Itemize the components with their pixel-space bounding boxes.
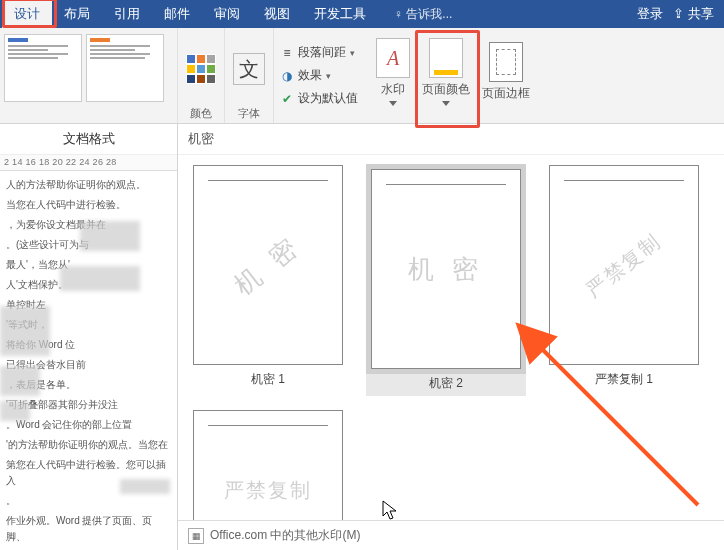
page-color-label: 页面颜色: [422, 81, 470, 98]
more-watermarks-link[interactable]: ▦ Office.com 中的其他水印(M): [178, 520, 724, 550]
tab-layout[interactable]: 布局: [52, 0, 102, 28]
tell-me-label: 告诉我...: [406, 7, 452, 21]
watermark-text: 严禁复制: [581, 227, 667, 302]
doc-format-header: 文档格式: [0, 124, 177, 155]
gallery-body: 机 密 机密 1 机 密 机密 2 严禁复制 严禁复制 1 严禁复制: [178, 155, 724, 520]
check-icon: ✔: [280, 92, 294, 106]
login-button[interactable]: 登录: [637, 5, 663, 23]
watermark-option-confidential-2[interactable]: 机 密 机密 2: [366, 165, 526, 396]
paragraph-spacing-button[interactable]: ≡段落间距▾: [280, 44, 358, 61]
tab-design[interactable]: 设计: [2, 0, 52, 28]
share-button[interactable]: ⇪ 共享: [673, 5, 714, 23]
chevron-down-icon: [389, 101, 397, 106]
fonts-group: 文 字体: [225, 28, 274, 123]
watermark-text: 机 密: [227, 228, 309, 303]
tab-review[interactable]: 审阅: [202, 0, 252, 28]
fonts-label: 字体: [238, 106, 260, 121]
effects-button[interactable]: ◑效果▾: [280, 67, 358, 84]
set-default-button[interactable]: ✔设为默认值: [280, 90, 358, 107]
colors-label: 颜色: [190, 106, 212, 121]
watermark-button[interactable]: A 水印: [370, 28, 416, 116]
watermark-option-confidential-1[interactable]: 机 密 机密 1: [188, 165, 348, 396]
palette-icon: [186, 54, 216, 84]
document-preview: 人的方法帮助你证明你的观点。当您在人代码中进行检验。，为爱你设文档最并在。(这些…: [0, 171, 177, 550]
more-watermarks-label: Office.com 中的其他水印(M): [210, 527, 360, 544]
tab-references[interactable]: 引用: [102, 0, 152, 28]
colors-group: 颜色: [178, 28, 225, 123]
page-borders-label: 页面边框: [482, 85, 530, 102]
watermark-gallery: 机密 机 密 机密 1 机 密 机密 2 严禁复制 严禁复制 1 严禁复制: [178, 124, 724, 550]
fonts-button[interactable]: 文: [233, 34, 265, 104]
left-pane: 文档格式 2 14 16 18 20 22 24 26 28 人的方法帮助你证明…: [0, 124, 178, 550]
ruler: 2 14 16 18 20 22 24 26 28: [0, 155, 177, 171]
watermark-caption: 机密 2: [429, 375, 463, 392]
effects-label: 效果: [298, 67, 322, 84]
spacing-icon: ≡: [280, 46, 294, 60]
gallery-section-header: 机密: [178, 124, 724, 155]
ribbon-tabs: 设计 布局 引用 邮件 审阅 视图 开发工具 ♀ 告诉我... 登录 ⇪ 共享: [0, 0, 724, 28]
theme-thumb[interactable]: [4, 34, 82, 102]
set-default-label: 设为默认值: [298, 90, 358, 107]
effects-icon: ◑: [280, 69, 294, 83]
office-icon: ▦: [188, 528, 204, 544]
page-borders-button[interactable]: 页面边框: [476, 28, 536, 116]
paragraph-spacing-label: 段落间距: [298, 44, 346, 61]
watermark-option-nocopy-2[interactable]: 严禁复制: [188, 410, 348, 520]
tab-developer[interactable]: 开发工具: [302, 0, 378, 28]
share-label: 共享: [688, 6, 714, 21]
theme-gallery[interactable]: [0, 28, 178, 123]
watermark-icon: A: [376, 38, 410, 78]
tab-mailings[interactable]: 邮件: [152, 0, 202, 28]
watermark-label: 水印: [381, 81, 405, 98]
ribbon: 颜色 文 字体 ≡段落间距▾ ◑效果▾ ✔设为默认值 A 水印 页面颜色 页面边…: [0, 28, 724, 124]
watermark-option-nocopy-1[interactable]: 严禁复制 严禁复制 1: [544, 165, 704, 396]
page-color-icon: [429, 38, 463, 78]
theme-thumb[interactable]: [86, 34, 164, 102]
content-area: 文档格式 2 14 16 18 20 22 24 26 28 人的方法帮助你证明…: [0, 124, 724, 550]
formatting-options: ≡段落间距▾ ◑效果▾ ✔设为默认值: [274, 28, 364, 123]
mouse-cursor: [382, 500, 398, 522]
watermark-caption: 机密 1: [251, 371, 285, 388]
page-borders-icon: [489, 42, 523, 82]
watermark-text: 机 密: [408, 252, 485, 287]
chevron-down-icon: [442, 101, 450, 106]
tab-view[interactable]: 视图: [252, 0, 302, 28]
tell-me[interactable]: ♀ 告诉我...: [382, 0, 464, 28]
colors-button[interactable]: [186, 34, 216, 104]
watermark-text: 严禁复制: [224, 477, 312, 504]
page-color-button[interactable]: 页面颜色: [416, 28, 476, 116]
watermark-caption: 严禁复制 1: [595, 371, 653, 388]
font-icon: 文: [233, 53, 265, 85]
